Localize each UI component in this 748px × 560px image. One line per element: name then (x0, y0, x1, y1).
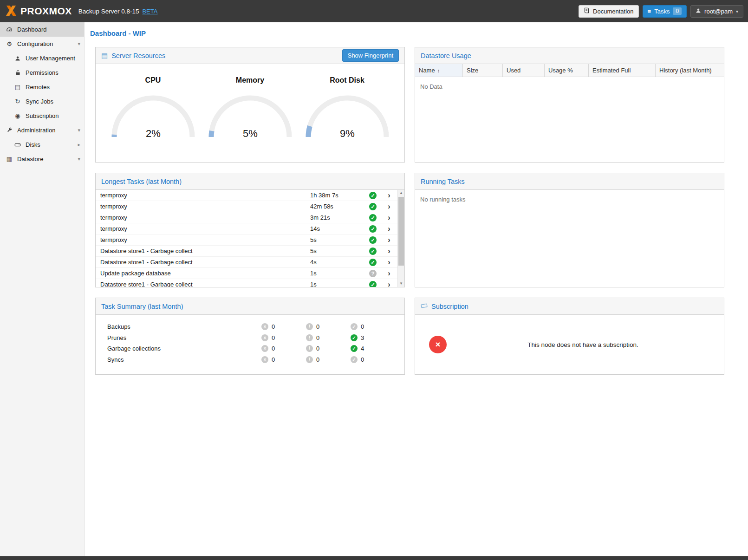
chevron-right-icon[interactable]: › (388, 225, 390, 233)
user-menu-button[interactable]: root@pam ▾ (690, 5, 743, 18)
scrollbar[interactable]: ▲ ▼ (397, 190, 404, 287)
panel-title: Subscription (431, 303, 468, 310)
gauge-value-text: 9% (340, 128, 355, 139)
warning-count: 0 (316, 323, 319, 330)
sidebar-item-label: Permissions (26, 69, 59, 76)
chevron-down-icon: ▾ (736, 9, 738, 14)
sidebar-item-disks[interactable]: Disks ▸ (0, 137, 84, 152)
column-header-used[interactable]: Used (503, 64, 545, 77)
panel-title: Server Resources (111, 52, 165, 59)
task-duration: 14s (310, 225, 365, 232)
server-resources-panel: ▤ Server Resources Show Fingerprint CPU (95, 47, 405, 163)
subscription-message: This node does not have a subscription. (447, 341, 719, 348)
error-count-icon: × (261, 345, 268, 352)
ok-count-icon: ✓ (351, 323, 358, 330)
column-header-estimated-full[interactable]: Estimated Full (589, 64, 656, 77)
user-icon (14, 56, 21, 61)
expander-caret-icon[interactable]: ▾ (78, 156, 80, 162)
sort-asc-icon: ↑ (437, 68, 440, 73)
column-header-usage-pct[interactable]: Usage % (545, 64, 589, 77)
expander-caret-icon[interactable]: ▾ (78, 127, 80, 133)
topbar: PROXMOX Backup Server 0.8-15 BETA Docume… (0, 0, 748, 22)
column-label: Used (507, 67, 520, 74)
scroll-down-icon[interactable]: ▼ (398, 280, 404, 287)
summary-row-prunes: Prunes ×0 !0 ✓3 (107, 332, 395, 344)
column-header-history[interactable]: History (last Month) (656, 64, 724, 77)
task-duration: 5s (310, 236, 365, 243)
task-row[interactable]: termproxy 1h 38m 7s ✓ › (96, 190, 397, 201)
chevron-right-icon[interactable]: › (388, 280, 390, 287)
task-row[interactable]: Datastore store1 - Garbage collect 4s ✓ … (96, 257, 397, 268)
task-name: Update package database (100, 270, 310, 277)
book-icon (584, 7, 590, 15)
tasks-button[interactable]: ≡ Tasks 0 (643, 5, 687, 18)
task-row[interactable]: termproxy 3m 21s ✓ › (96, 212, 397, 223)
task-row[interactable]: Datastore store1 - Garbage collect 5s ✓ … (96, 246, 397, 257)
task-name: Datastore store1 - Garbage collect (100, 281, 310, 287)
ok-count: 0 (361, 323, 364, 330)
task-row[interactable]: Update package database 1s ? › (96, 268, 397, 279)
panel-title: Datastore Usage (421, 52, 471, 59)
warning-count-icon: ! (306, 356, 313, 363)
unlock-icon (14, 70, 21, 76)
sidebar-item-sync-jobs[interactable]: ↻ Sync Jobs (0, 94, 84, 109)
sidebar-item-label: Sync Jobs (26, 98, 53, 105)
running-tasks-panel: Running Tasks No running tasks (415, 173, 724, 287)
chevron-right-icon[interactable]: › (388, 202, 390, 211)
sidebar-item-configuration[interactable]: ⚙ Configuration ▾ (0, 37, 84, 51)
sidebar-item-administration[interactable]: Administration ▾ (0, 123, 84, 137)
chevron-right-icon[interactable]: › (388, 236, 390, 244)
documentation-label: Documentation (593, 8, 633, 15)
sidebar-item-user-management[interactable]: User Management (0, 51, 84, 65)
task-status-icon: ✓ (369, 214, 377, 221)
scrollbar-thumb[interactable] (398, 197, 404, 266)
ok-count-icon: ✓ (351, 334, 358, 341)
sidebar-item-datastore[interactable]: ▦ Datastore ▾ (0, 152, 84, 166)
tachometer-icon (6, 26, 13, 33)
task-name: termproxy (100, 214, 310, 221)
task-row[interactable]: termproxy 5s ✓ › (96, 234, 397, 246)
warning-count-icon: ! (306, 323, 313, 330)
warning-count: 0 (316, 345, 319, 352)
show-fingerprint-button[interactable]: Show Fingerprint (342, 49, 399, 62)
bottom-strip (0, 556, 748, 560)
task-duration: 1h 38m 7s (310, 192, 365, 199)
lifebuoy-icon: ◉ (14, 113, 21, 119)
chevron-right-icon[interactable]: › (388, 214, 390, 222)
sidebar-item-label: Dashboard (17, 26, 47, 33)
column-header-size[interactable]: Size (463, 64, 503, 77)
gauge-arc: 9% (302, 91, 392, 140)
error-count: 0 (272, 356, 275, 363)
chevron-right-icon[interactable]: › (388, 258, 390, 267)
sidebar-item-permissions[interactable]: Permissions (0, 65, 84, 80)
chevron-right-icon[interactable]: › (388, 247, 390, 255)
documentation-button[interactable]: Documentation (579, 5, 638, 18)
expander-caret-icon[interactable]: ▸ (78, 142, 80, 148)
scroll-up-icon[interactable]: ▲ (398, 190, 404, 196)
wrench-icon (6, 127, 13, 133)
sidebar-item-remotes[interactable]: ▤ Remotes (0, 80, 84, 94)
beta-link[interactable]: BETA (142, 8, 157, 15)
error-count: 0 (272, 345, 275, 352)
gauge-cpu: CPU 2% (106, 76, 200, 142)
no-subscription-icon: × (429, 336, 447, 353)
expander-caret-icon[interactable]: ▾ (78, 41, 80, 47)
column-header-name[interactable]: Name ↑ (415, 64, 463, 77)
task-row[interactable]: termproxy 14s ✓ › (96, 223, 397, 234)
task-row[interactable]: Datastore store1 - Garbage collect 1s ✓ … (96, 279, 397, 287)
chevron-right-icon[interactable]: › (388, 191, 390, 200)
sidebar-item-subscription[interactable]: ◉ Subscription (0, 109, 84, 123)
sidebar-item-label: User Management (26, 55, 75, 62)
task-row[interactable]: termproxy 42m 58s ✓ › (96, 201, 397, 212)
column-label: Usage % (548, 67, 573, 74)
content-area: Dashboard - WIP ▤ Server Resources Show … (85, 22, 748, 556)
datastore-table-header: Name ↑ Size Used Usage % (415, 64, 724, 77)
sidebar-item-dashboard[interactable]: Dashboard (0, 22, 84, 37)
chevron-right-icon[interactable]: › (388, 269, 390, 278)
error-count-icon: × (261, 334, 268, 341)
sidebar-item-label: Configuration (17, 40, 53, 47)
app-version: Backup Server 0.8-15 (78, 8, 139, 15)
task-list-icon: ≡ (648, 8, 651, 14)
warning-count-icon: ! (306, 345, 313, 352)
datastore-grid-icon: ▦ (6, 156, 13, 162)
